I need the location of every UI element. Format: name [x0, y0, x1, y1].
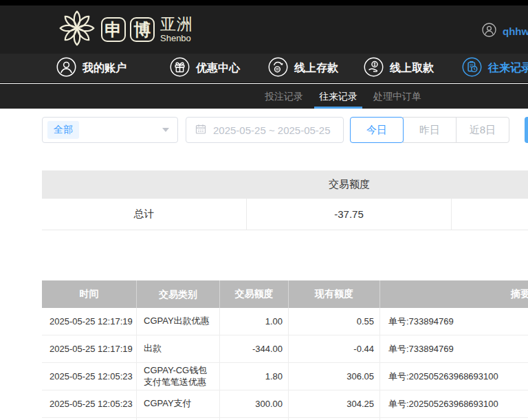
today-button[interactable]: 今日 [350, 117, 404, 143]
cell-summary: 单号:733894769 [380, 308, 528, 335]
logo-subtitle-text: Shenbo [160, 34, 193, 43]
sub-navigation: 投注记录 往来记录 处理中订单 [0, 84, 528, 109]
last-8-days-button[interactable]: 近8日 [456, 117, 509, 143]
user-account-area[interactable]: qhhw [482, 23, 528, 40]
transaction-type-select[interactable]: 全部 [42, 117, 178, 143]
cell-time: 2025-05-25 12:17:19 [42, 335, 137, 362]
nav-item-my-account[interactable]: 我的账户 [56, 54, 126, 82]
cell-summary: 单号:202505263968693100 [380, 390, 528, 417]
page: 申 博 亚洲 Shenbo qhhw [0, 0, 528, 420]
lotus-flower-icon [56, 8, 98, 52]
deposit-hand-coin-icon [268, 57, 288, 80]
cell-amount: 1.80 [220, 363, 289, 390]
column-header-type: 交易类别 [137, 280, 220, 308]
cell-type: 出款 [137, 335, 220, 362]
cell-amount: 300.00 [220, 390, 289, 417]
logo-char-box: 申 [101, 17, 126, 42]
transaction-records-icon [462, 57, 482, 80]
gift-icon [170, 57, 190, 80]
cell-balance: 0.55 [289, 308, 380, 335]
summary-total-row: 总计 -37.75 [42, 199, 528, 230]
nav-item-online-withdrawal[interactable]: 线上取款 [364, 54, 434, 82]
tab-betting-records[interactable]: 投注记录 [265, 84, 303, 109]
table-row: 2025-05-25 12:05:23 CGPAY-CG钱包支付笔笔送优惠 1.… [42, 363, 528, 390]
summary-total-amount: -37.75 [247, 199, 452, 230]
user-icon [56, 57, 76, 80]
logo-bar: 申 博 亚洲 Shenbo qhhw [0, 5, 528, 54]
cell-balance: 304.25 [289, 390, 380, 417]
cell-type: CGPAY出款优惠 [137, 308, 220, 335]
nav-item-label: 优惠中心 [196, 61, 240, 76]
cell-type: CGPAY-CG钱包支付笔笔送优惠 [137, 363, 220, 390]
date-range-value: 2025-05-25 ~ 2025-05-25 [213, 124, 331, 136]
cell-type: CGPAY支付 [137, 390, 220, 417]
records-table: 时间 交易类别 交易额度 现有额度 摘要 2025-05-25 12:17:19… [42, 280, 528, 420]
nav-item-label: 线上取款 [390, 61, 434, 76]
logo-wordmark: 亚洲 Shenbo [160, 16, 193, 43]
table-row: 2025-05-25 12:17:19 CGPAY出款优惠 1.00 0.55 … [42, 308, 528, 335]
selected-type-tag: 全部 [47, 121, 79, 139]
cell-summary: 单号:202505263968693100 [380, 363, 528, 390]
column-header-summary: 摘要 [380, 280, 528, 308]
tab-transaction-records[interactable]: 往来记录 [319, 84, 358, 109]
username-text: qhhw [503, 25, 528, 37]
column-header-balance: 现有额度 [289, 280, 380, 308]
subnav-tabs: 投注记录 往来记录 处理中订单 [265, 84, 421, 109]
nav-item-transaction-records[interactable]: 往来记录 [462, 54, 528, 82]
cell-time: 2025-05-25 12:05:23 [42, 363, 137, 390]
nav-item-promotions[interactable]: 优惠中心 [170, 54, 240, 82]
date-range-input[interactable]: 2025-05-25 ~ 2025-05-25 [186, 117, 344, 143]
cell-amount: 1.00 [220, 308, 289, 335]
calendar-icon [195, 124, 206, 137]
quick-range-buttons: 今日 昨日 近8日 [350, 117, 509, 143]
records-table-header: 时间 交易类别 交易额度 现有额度 摘要 [42, 280, 528, 308]
cell-balance: 306.05 [289, 363, 380, 390]
cell-summary: 单号:733894769 [380, 335, 528, 362]
withdraw-hand-coin-icon [364, 57, 384, 80]
search-button[interactable] [525, 117, 528, 143]
cell-balance: -0.44 [289, 335, 380, 362]
cell-time: 2025-05-25 12:05:23 [42, 390, 137, 417]
nav-item-online-deposit[interactable]: 线上存款 [268, 54, 338, 82]
column-header-amount: 交易额度 [220, 280, 289, 308]
cell-time: 2025-05-25 12:17:19 [42, 308, 137, 335]
nav-item-label: 我的账户 [82, 61, 126, 76]
nav-item-label: 往来记录 [488, 61, 528, 76]
summary-total-label: 总计 [42, 199, 247, 230]
summary-empty-cell [452, 199, 528, 230]
top-black-strip [0, 0, 528, 5]
yesterday-button[interactable]: 昨日 [403, 117, 456, 143]
summary-header-cell: 交易额度 [247, 170, 452, 199]
caret-down-icon [162, 128, 169, 132]
column-header-time: 时间 [42, 280, 137, 308]
cell-amount: -344.00 [220, 335, 289, 362]
nav-item-label: 线上存款 [294, 61, 338, 76]
logo-region-text: 亚洲 [160, 16, 193, 32]
summary-table-header: 交易额度 [42, 170, 528, 199]
summary-table: 交易额度 总计 -37.75 [42, 170, 528, 230]
table-row: 2025-05-25 12:05:23 CGPAY支付 300.00 304.2… [42, 390, 528, 418]
brand-logo[interactable]: 申 博 亚洲 Shenbo [56, 8, 193, 52]
main-navigation: 我的账户 优惠中心 [0, 54, 528, 83]
tab-processing-orders[interactable]: 处理中订单 [373, 84, 421, 109]
logo-char-box: 博 [130, 17, 155, 42]
table-row: 2025-05-25 12:17:19 出款 -344.00 -0.44 单号:… [42, 335, 528, 363]
summary-header-cell [452, 170, 528, 199]
summary-header-cell [42, 170, 247, 199]
user-circle-icon [482, 23, 496, 40]
